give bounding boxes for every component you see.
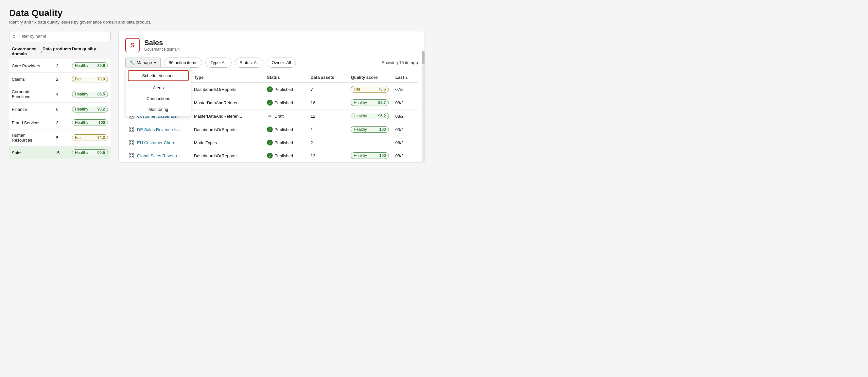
row-products: 4 bbox=[42, 92, 72, 97]
badge-label: Healthy bbox=[353, 100, 367, 105]
cell-type: DashboardsOrReports bbox=[191, 149, 264, 162]
quality-badge: Fair 73.9 bbox=[72, 76, 108, 83]
status-label: Published bbox=[274, 87, 293, 92]
dropdown-item-scheduled-scans[interactable]: Scheduled scans bbox=[128, 70, 189, 81]
badge-score: 89.6 bbox=[97, 63, 105, 68]
row-products: 15 bbox=[42, 150, 72, 155]
left-table-row[interactable]: Human Resources 5 Fair 74.3 bbox=[9, 129, 111, 146]
badge-label: Fair bbox=[75, 135, 82, 140]
col-domain-header: Governance domain ↑ bbox=[12, 46, 42, 56]
col-assets-header: Data assets bbox=[307, 72, 347, 83]
table-row[interactable]: DE Sales Revenue In... DashboardsOrRepor… bbox=[125, 123, 418, 136]
check-circle-icon: ✓ bbox=[267, 153, 273, 159]
dropdown-item-monitoring[interactable]: Monitoring bbox=[126, 104, 191, 115]
quality-badge: Healthy 100 bbox=[350, 152, 389, 159]
cell-last: 08/2 bbox=[392, 149, 418, 162]
filter-input[interactable] bbox=[9, 31, 111, 41]
status-label: Published bbox=[274, 100, 293, 105]
badge-score: 86.5 bbox=[97, 92, 105, 96]
check-circle-icon: ✓ bbox=[267, 100, 273, 105]
svg-rect-13 bbox=[130, 117, 131, 117]
page-container: Data Quality Identify and fix data quali… bbox=[0, 0, 434, 188]
scrollbar-track[interactable] bbox=[422, 51, 425, 162]
svg-rect-19 bbox=[132, 130, 133, 131]
chevron-down-icon: ▾ bbox=[154, 60, 156, 65]
badge-label: Healthy bbox=[75, 63, 88, 68]
cell-assets: 13 bbox=[307, 149, 347, 162]
main-layout: ⚙ Governance domain ↑ Data products Data… bbox=[9, 31, 425, 162]
left-table-row[interactable]: Care Providers 3 Healthy 89.6 bbox=[9, 59, 111, 72]
row-products: 5 bbox=[42, 135, 72, 140]
filter-status-label: Status: All bbox=[240, 60, 259, 65]
cell-name[interactable]: DE Sales Revenue In... bbox=[125, 123, 191, 136]
left-table-row[interactable]: Fraud Services 3 Healthy 100 bbox=[9, 116, 111, 129]
filter-owner-button[interactable]: Owner: All bbox=[267, 58, 296, 68]
svg-rect-14 bbox=[132, 117, 133, 117]
left-table-row[interactable]: Corporate Functions 4 Healthy 86.5 bbox=[9, 86, 111, 103]
badge-label: Healthy bbox=[353, 127, 367, 132]
dropdown-item-alerts[interactable]: Alerts bbox=[126, 83, 191, 93]
col-last-header: Last bbox=[392, 72, 418, 83]
row-products: 6 bbox=[42, 107, 72, 112]
row-domain: Sales bbox=[12, 150, 42, 155]
status-label: Draft bbox=[274, 114, 284, 119]
cell-last: 07/2 bbox=[392, 83, 418, 96]
product-icon bbox=[128, 153, 134, 159]
svg-rect-21 bbox=[130, 141, 131, 142]
quality-badge: Fair 74.3 bbox=[72, 134, 108, 141]
badge-label: Healthy bbox=[353, 153, 367, 158]
showing-text: Showing 15 item(s) bbox=[382, 60, 418, 65]
domain-avatar: S bbox=[125, 38, 140, 52]
badge-score: 95.2 bbox=[378, 114, 385, 118]
badge-label: Healthy bbox=[75, 92, 88, 96]
cell-last: 03/2 bbox=[392, 123, 418, 136]
cell-last: 08/2 bbox=[392, 96, 418, 109]
manage-button[interactable]: 🔧 Manage ▾ Scheduled scans Alerts Connec… bbox=[125, 58, 161, 68]
quality-badge: Healthy 95.2 bbox=[350, 113, 389, 119]
table-row[interactable]: EU Customer Churn ... ModelTypes ✓ Publi… bbox=[125, 136, 418, 149]
quality-badge: Healthy 100 bbox=[350, 126, 389, 133]
cell-name[interactable]: Global Sales Revenu... bbox=[125, 149, 191, 162]
cell-last: 08/2 bbox=[392, 109, 418, 123]
filter-input-wrap: ⚙ bbox=[9, 31, 111, 41]
table-row[interactable]: Global Sales Revenu... DashboardsOrRepor… bbox=[125, 149, 418, 162]
filter-icon: ⚙ bbox=[12, 34, 16, 39]
filter-owner-label: Owner: All bbox=[272, 60, 291, 65]
left-table-row[interactable]: Claims 2 Fair 73.9 bbox=[9, 72, 111, 86]
filter-status-button[interactable]: Status: All bbox=[235, 58, 264, 68]
cell-name[interactable]: EU Customer Churn ... bbox=[125, 136, 191, 149]
badge-score: 73.6 bbox=[378, 87, 385, 92]
svg-rect-27 bbox=[132, 154, 133, 155]
cell-quality: -- bbox=[347, 136, 392, 149]
badge-score: 100 bbox=[379, 153, 386, 158]
badge-score: 90.5 bbox=[97, 150, 105, 155]
badge-label: Healthy bbox=[75, 120, 88, 125]
action-items-button[interactable]: 86 action items bbox=[164, 58, 202, 68]
product-icon bbox=[128, 139, 134, 146]
svg-rect-22 bbox=[132, 141, 133, 142]
cell-quality: Healthy 100 bbox=[347, 149, 392, 162]
badge-score: 92.7 bbox=[378, 100, 385, 105]
badge-label: Healthy bbox=[75, 150, 88, 155]
cell-status: ✓ Published bbox=[264, 123, 307, 136]
filter-type-button[interactable]: Type: All bbox=[206, 58, 231, 68]
badge-score: 74.3 bbox=[97, 135, 105, 140]
row-domain: Care Providers bbox=[12, 63, 42, 68]
left-table-header: Governance domain ↑ Data products Data q… bbox=[9, 46, 111, 59]
dropdown-item-connections[interactable]: Connections bbox=[126, 93, 191, 104]
right-panel: S Sales Governance domain 🔧 Manage ▾ Sch… bbox=[118, 31, 425, 162]
scrollbar-thumb[interactable] bbox=[422, 51, 425, 64]
cell-assets: 1 bbox=[307, 123, 347, 136]
badge-score: 73.9 bbox=[97, 77, 105, 82]
badge-label: Healthy bbox=[75, 107, 88, 112]
quality-badge: Fair 73.6 bbox=[350, 86, 389, 93]
cell-status: ✓ Published bbox=[264, 96, 307, 109]
cell-assets: 7 bbox=[307, 83, 347, 96]
row-domain: Human Resources bbox=[12, 133, 42, 143]
left-table-row[interactable]: Sales 15 Healthy 90.5 bbox=[9, 146, 111, 159]
quality-dash: -- bbox=[350, 140, 353, 145]
quality-badge: Healthy 92.7 bbox=[350, 99, 389, 106]
svg-rect-25 bbox=[129, 153, 134, 158]
badge-label: Healthy bbox=[353, 114, 367, 118]
left-table-row[interactable]: Finance 6 Healthy 93.2 bbox=[9, 103, 111, 116]
